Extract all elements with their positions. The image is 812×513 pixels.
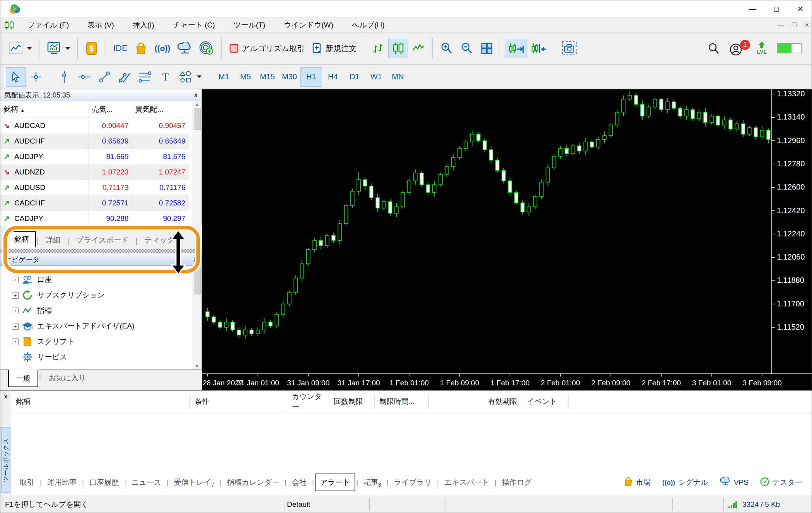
close-icon[interactable]: x (194, 92, 198, 99)
toolbox-column-header[interactable]: 条件 (190, 394, 287, 409)
text-tool-button[interactable]: T (155, 67, 176, 87)
close-icon[interactable]: x (194, 255, 198, 263)
toolbox-column-header[interactable]: 回数制限 (329, 394, 375, 409)
market-watch-row[interactable]: ↗AUDCHF0.656390.65649 (0, 133, 189, 149)
navigator-tab-2[interactable]: お気に入り (42, 370, 93, 386)
tree-item[interactable]: +サブスクリプション (0, 287, 201, 303)
toolbox-column-header[interactable]: 制限時間... (375, 394, 429, 409)
chart-restore-icon[interactable]: ❐ (792, 22, 797, 29)
shapes-tool-button[interactable] (176, 67, 205, 87)
toolbox-tab-7[interactable]: 会社 (287, 474, 311, 491)
toolbox-column-header[interactable]: 銘柄 (11, 394, 190, 409)
market-watch-tab-2[interactable]: 詳細 (39, 233, 67, 248)
toolbox-column-header[interactable]: カウンター (287, 394, 329, 409)
vps-button[interactable] (174, 39, 196, 58)
menu-item[interactable]: 挿入(I) (123, 20, 164, 30)
column-bid[interactable]: 売気... (89, 101, 132, 118)
toolbox-tab-4[interactable]: ニュース (127, 474, 166, 491)
deposit-button[interactable]: $ (82, 39, 102, 58)
column-ask[interactable]: 買気配... (132, 101, 189, 118)
vline-tool-button[interactable] (54, 67, 74, 87)
scroll-up-icon[interactable]: ▲ (193, 102, 201, 107)
market-watch-tab-3[interactable]: プライスボード (70, 233, 135, 248)
toolbox-tab-2[interactable]: 運用比率 (43, 474, 81, 491)
toolbox-column-header[interactable]: イベント (522, 394, 569, 409)
menu-item[interactable]: 表示 (V) (78, 20, 123, 30)
tree-item[interactable]: +エキスパートアドバイザ(EA) (0, 318, 201, 334)
search-icon[interactable] (708, 43, 719, 54)
scrollbar-thumb[interactable] (194, 267, 201, 294)
cursor-tool-button[interactable] (6, 67, 26, 87)
channel-tool-button[interactable] (114, 67, 135, 87)
toolbox-tab-8[interactable]: アラート (315, 474, 355, 491)
navigator-scrollbar[interactable]: ▼ (193, 267, 201, 369)
timeframe-h1[interactable]: H1 (300, 67, 322, 87)
expand-icon[interactable]: + (12, 277, 19, 283)
corner-button[interactable]: ((o))シグナル (662, 477, 708, 487)
timeframe-m15[interactable]: M15 (256, 67, 278, 87)
toolbox-tab-5[interactable]: 受信トレイ7 (169, 474, 219, 491)
chart-minimize-icon[interactable]: — (778, 22, 784, 28)
timeframe-h4[interactable]: H4 (322, 67, 344, 87)
toolbox-tab-11[interactable]: エキスパート (440, 474, 494, 491)
user-account-button[interactable]: 1 (729, 40, 747, 57)
menu-item[interactable]: ヘルプ(H) (343, 20, 394, 30)
new-chart-button[interactable] (6, 39, 35, 58)
timeframe-m30[interactable]: M30 (278, 67, 300, 87)
fibonacci-tool-button[interactable] (135, 67, 155, 87)
status-profile[interactable]: Default (282, 498, 369, 511)
menu-item[interactable]: チャート (C) (164, 20, 224, 30)
window-close-button[interactable]: ✕ (788, 0, 812, 17)
status-connection[interactable]: 3324 / 5 Kb (723, 498, 812, 511)
tree-item[interactable]: +指標 (0, 303, 201, 318)
toolbox-tab-9[interactable]: 記事3 (359, 474, 386, 491)
toolbox-tab-10[interactable]: ライブラリ (389, 474, 436, 491)
vps-button[interactable]: VPS (720, 477, 749, 488)
toolbox-column-header[interactable]: 有効期限 (429, 394, 522, 409)
column-symbol[interactable]: 銘柄 ▲ (0, 101, 89, 118)
market-watch-row[interactable]: ↘AUDNZD1.072231.07247 (0, 164, 189, 180)
window-maximize-button[interactable]: □ (764, 0, 788, 17)
menu-item[interactable]: ウインドウ(W) (275, 20, 343, 30)
timeframe-d1[interactable]: D1 (344, 67, 365, 87)
timeframe-w1[interactable]: W1 (365, 67, 387, 87)
navigator-tab-1[interactable]: 一般 (8, 369, 38, 387)
hline-tool-button[interactable] (74, 67, 94, 87)
toolbox-tab-3[interactable]: 口座履歴 (85, 474, 123, 491)
menu-item[interactable]: ファイル (F) (18, 20, 78, 30)
zoom-out-button[interactable] (457, 39, 477, 58)
market-watch-row[interactable]: ↗AUDJPY81.66981.675 (0, 149, 189, 164)
market-watch-header[interactable]: 気配値表示: 12:05:35 x (0, 89, 201, 101)
timeframe-mn[interactable]: MN (387, 67, 409, 87)
new-order-button[interactable]: 新規注文 (308, 39, 360, 58)
chart-profiles-button[interactable] (43, 39, 73, 58)
menu-item[interactable]: ツール(T) (224, 20, 275, 30)
level-button[interactable]: LVL (757, 42, 767, 55)
auto-scroll-button[interactable] (505, 39, 527, 58)
expand-icon[interactable]: + (12, 308, 19, 314)
scroll-down-icon[interactable]: ▼ (193, 363, 201, 369)
market-watch-tab-1[interactable]: 銘柄 (7, 231, 36, 248)
corner-button[interactable]: テスター (760, 477, 802, 488)
tile-windows-button[interactable] (477, 39, 497, 58)
signals-button[interactable]: ((o)) (151, 39, 174, 58)
close-icon[interactable]: x (0, 393, 11, 400)
toolbox-tab-12[interactable]: 操作ログ (497, 474, 536, 491)
timeframe-m5[interactable]: M5 (235, 67, 256, 87)
corner-button[interactable]: 市場 (624, 477, 651, 489)
timeframe-m1[interactable]: M1 (213, 67, 235, 87)
candles-mode-button[interactable] (388, 39, 408, 58)
market-watch-row[interactable]: ↗AUDUSD0.711730.71176 (0, 180, 189, 195)
market-watch-row[interactable]: ↗CADJPY90.28890.297 (0, 211, 189, 226)
cloud-tester-button[interactable] (196, 39, 217, 58)
expand-icon[interactable]: + (12, 323, 19, 330)
price-chart[interactable]: 1.133201.131401.129601.127801.126001.124… (202, 89, 812, 390)
chart-shift-button[interactable] (527, 39, 550, 58)
bar-chart-mode-button[interactable] (368, 39, 388, 58)
toolbox-vertical-tab[interactable]: ツールボックス (1, 427, 10, 493)
ide-button[interactable]: IDE (110, 39, 131, 58)
trendline-tool-button[interactable] (94, 67, 114, 87)
screenshot-button[interactable] (558, 39, 580, 58)
tree-item[interactable]: +スクリプト (0, 334, 201, 349)
window-minimize-button[interactable]: — (740, 0, 764, 17)
